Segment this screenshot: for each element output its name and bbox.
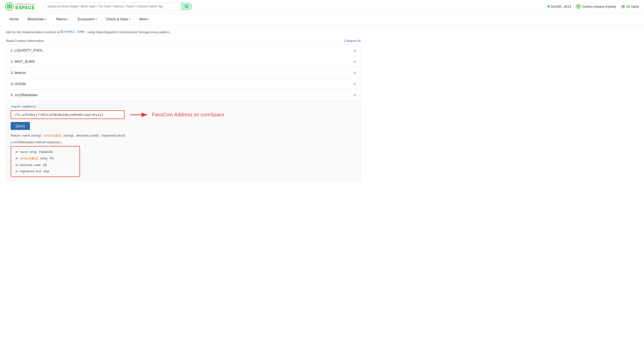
nav-item-blockchain[interactable]: Blockchain ▾ bbox=[23, 13, 51, 25]
return-registered-type: (bool) bbox=[117, 134, 125, 137]
logo-bottom-text: ESPACE bbox=[15, 6, 35, 10]
return-label: Return: bbox=[11, 134, 22, 137]
chevron-down-icon: ▾ bbox=[67, 18, 68, 21]
response-type-name: string bbox=[30, 150, 37, 154]
chevron-down-icon: ∨ bbox=[354, 71, 356, 75]
header-right: 0x4195...d513 Conflux eSpace (Hydra) 24 … bbox=[548, 4, 639, 9]
address-input[interactable] bbox=[11, 110, 124, 119]
abi-contract-link[interactable]: 0x4fa2…e34b bbox=[61, 29, 84, 35]
return-name: name bbox=[22, 134, 31, 137]
gas-badge[interactable]: 24 Gdrip bbox=[621, 5, 639, 9]
wallet-address-text: 0x4195...d513 bbox=[551, 5, 571, 9]
nav-item-charts-stats[interactable]: Charts & Stats ▾ bbox=[101, 13, 135, 25]
gas-label: Gdrip bbox=[631, 5, 639, 9]
logo[interactable]: CONFLUXSCAN ESPACE bbox=[5, 2, 40, 11]
svg-point-3 bbox=[9, 6, 10, 7]
response-value-symbol: FC bbox=[50, 156, 54, 160]
chevron-down-icon: ▾ bbox=[148, 18, 149, 21]
accordion-header-beacon[interactable]: 3. beacon ∨ bbox=[6, 67, 360, 78]
address-input-row: FansCoin Address on coreSpace bbox=[11, 110, 356, 119]
wallet-status-dot bbox=[548, 6, 550, 8]
network-icon bbox=[576, 4, 580, 9]
response-label: [ crc20Metadata method response ] bbox=[11, 140, 356, 144]
search-bar bbox=[44, 3, 192, 11]
chevron-down-icon: ▾ bbox=[96, 18, 97, 21]
nav-item-home[interactable]: Home bbox=[5, 13, 23, 25]
return-info: Return: name (string) , symbol(象征) (stri… bbox=[11, 133, 356, 138]
return-symbol: symbol(象征) bbox=[44, 134, 63, 137]
response-row-name: ≫ name string FansCoin bbox=[15, 150, 76, 154]
accordion-label: 5. crc20Metadata bbox=[11, 93, 38, 97]
search-button[interactable] bbox=[181, 3, 192, 10]
accordion-item-4: 4. cfxSide ∨ bbox=[6, 78, 360, 90]
input-tag: <input> bbox=[11, 105, 21, 108]
gas-value: 24 bbox=[626, 5, 630, 9]
collapse-all-button[interactable]: Collapse All bbox=[344, 39, 361, 43]
chevron-down-icon: ▾ bbox=[129, 18, 130, 21]
accordion-header-cfxside[interactable]: 4. cfxSide ∨ bbox=[6, 78, 360, 89]
header: CONFLUXSCAN ESPACE 0x4195...d513 Conflux… bbox=[0, 0, 644, 13]
response-type-registered: bool bbox=[36, 170, 41, 173]
section-title: Read Contract Information bbox=[6, 39, 44, 43]
chevron-down-icon: ∨ bbox=[354, 82, 356, 86]
return-registered: registered bbox=[102, 134, 117, 137]
chevron-down-icon: ∨ bbox=[354, 60, 356, 64]
accordion-item-2: 2. MINT_BURN ∨ bbox=[6, 56, 360, 67]
file-icon bbox=[61, 30, 64, 33]
response-row-registered: ≫ registered bool true bbox=[15, 169, 76, 173]
response-type-decimals: uint8 bbox=[34, 163, 40, 167]
contract-accordion: 1. LIQUIDITY_POOL ∨ 2. MINT_BURN ∨ 3. be… bbox=[6, 45, 361, 181]
accordion-item-5: 5. crc20Metadata ∧ <input> (address) bbox=[6, 90, 360, 181]
return-decimals: decimals bbox=[76, 134, 90, 137]
query-button[interactable]: Query bbox=[11, 122, 30, 130]
response-row-decimals: ≫ decimals uint8 18 bbox=[15, 163, 76, 167]
svg-point-8 bbox=[578, 6, 579, 7]
nav-item-more[interactable]: More ▾ bbox=[135, 13, 154, 25]
accordion-item-1: 1. LIQUIDITY_POOL ∨ bbox=[6, 45, 360, 56]
search-icon bbox=[184, 5, 188, 9]
annotation-text: FansCoin Address on coreSpace bbox=[152, 112, 224, 118]
response-arrow-icon: ≫ bbox=[15, 163, 18, 167]
address-annotation: FansCoin Address on coreSpace bbox=[130, 111, 224, 119]
return-symbol-type: (string) bbox=[64, 134, 73, 137]
nav-item-ecosystem[interactable]: Ecosystem ▾ bbox=[73, 13, 101, 25]
response-arrow-icon: ≫ bbox=[15, 150, 18, 154]
accordion-label: 2. MINT_BURN bbox=[11, 60, 35, 64]
arrow-right-icon bbox=[130, 111, 149, 119]
response-row-symbol: ≫ symbol(象征) string FC bbox=[15, 156, 76, 161]
main-content: ABI for the implementation contract at 0… bbox=[0, 25, 366, 185]
response-box: ≫ name string FansCoin ≫ symbol(象征) stri… bbox=[11, 146, 80, 177]
search-input[interactable] bbox=[44, 3, 181, 10]
abi-info: ABI for the implementation contract at 0… bbox=[6, 29, 361, 35]
return-decimals-type: (uint8) bbox=[90, 134, 99, 137]
response-key-decimals: decimals bbox=[20, 163, 32, 167]
accordion-item-3: 3. beacon ∨ bbox=[6, 67, 360, 78]
accordion-label: 1. LIQUIDITY_POOL bbox=[11, 48, 43, 52]
accordion-header-mint-burn[interactable]: 2. MINT_BURN ∨ bbox=[6, 56, 360, 67]
wallet-address[interactable]: 0x4195...d513 bbox=[548, 5, 571, 9]
accordion-label: 3. beacon bbox=[11, 71, 26, 75]
input-label: <input> (address) bbox=[11, 105, 356, 108]
response-value-name: FansCoin bbox=[39, 150, 53, 154]
network-badge[interactable]: Conflux eSpace (Hydra) bbox=[576, 4, 616, 9]
accordion-header-crc20metadata[interactable]: 5. crc20Metadata ∧ bbox=[6, 90, 360, 100]
response-value-registered: true bbox=[44, 169, 49, 173]
logo-icon bbox=[5, 2, 14, 11]
contract-section-header: Read Contract Information Collapse All bbox=[6, 39, 361, 43]
navigation: Home Blockchain ▾ Tokens ▾ Ecosystem ▾ C… bbox=[0, 13, 644, 25]
network-text: Conflux eSpace (Hydra) bbox=[582, 5, 616, 9]
accordion-header-liquidity-pool[interactable]: 1. LIQUIDITY_POOL ∨ bbox=[6, 45, 360, 56]
response-key-registered: registered bbox=[20, 169, 34, 173]
response-key-symbol: symbol(象征) bbox=[20, 156, 39, 161]
chevron-down-icon: ∨ bbox=[354, 48, 356, 52]
nav-item-tokens[interactable]: Tokens ▾ bbox=[51, 13, 73, 25]
response-arrow-icon: ≫ bbox=[15, 157, 18, 160]
response-type-symbol: string bbox=[40, 157, 47, 160]
chevron-down-icon: ▾ bbox=[45, 18, 46, 21]
return-separator-1: , bbox=[42, 134, 44, 137]
svg-rect-10 bbox=[622, 6, 623, 7]
accordion-body-crc20metadata: <input> (address) bbox=[6, 100, 360, 181]
chevron-up-icon: ∧ bbox=[354, 93, 356, 97]
accordion-label: 4. cfxSide bbox=[11, 82, 26, 86]
response-arrow-icon: ≫ bbox=[15, 170, 18, 173]
